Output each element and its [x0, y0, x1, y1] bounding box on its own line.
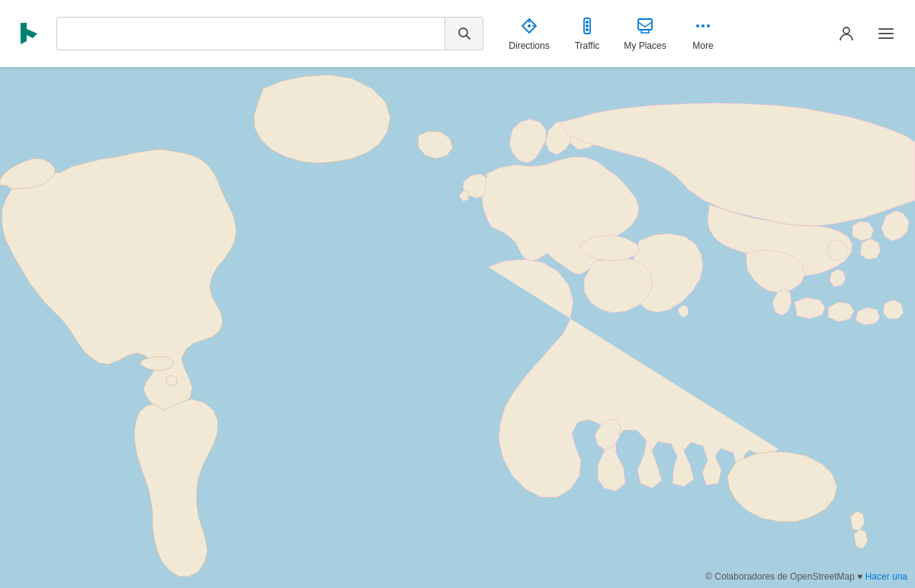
- search-input[interactable]: [57, 18, 445, 50]
- attribution-link[interactable]: Hacer una: [865, 571, 907, 582]
- svg-point-3: [528, 24, 531, 27]
- user-button[interactable]: [830, 17, 863, 50]
- header: Directions Traffic: [0, 0, 915, 67]
- more-icon: [694, 17, 712, 38]
- more-button[interactable]: More: [676, 6, 730, 61]
- svg-point-7: [586, 21, 589, 24]
- svg-line-1: [466, 36, 470, 40]
- directions-icon: [520, 17, 538, 38]
- my-places-label: My Places: [624, 41, 666, 50]
- search-button[interactable]: [445, 17, 483, 50]
- traffic-label: Traffic: [575, 41, 600, 50]
- more-label: More: [692, 41, 713, 50]
- hamburger-icon: [878, 25, 894, 42]
- traffic-icon: [578, 17, 596, 38]
- world-map: [0, 67, 915, 588]
- map-container[interactable]: [0, 67, 915, 588]
- menu-button[interactable]: [869, 17, 903, 50]
- directions-label: Directions: [509, 41, 549, 50]
- directions-button[interactable]: Directions: [502, 6, 557, 61]
- traffic-button[interactable]: Traffic: [560, 6, 615, 61]
- bing-logo: [12, 16, 47, 51]
- svg-point-8: [586, 24, 589, 27]
- right-controls: [830, 17, 903, 50]
- svg-point-14: [843, 27, 849, 34]
- search-icon: [458, 27, 471, 40]
- svg-point-13: [707, 24, 710, 27]
- svg-point-11: [696, 24, 699, 27]
- my-places-button[interactable]: My Places: [618, 6, 673, 61]
- user-icon: [838, 25, 855, 42]
- my-places-icon: [636, 17, 654, 38]
- svg-point-9: [586, 28, 589, 31]
- nav-buttons: Directions Traffic: [502, 6, 730, 61]
- svg-rect-10: [638, 19, 652, 30]
- svg-point-12: [702, 24, 705, 27]
- search-container: [56, 17, 483, 50]
